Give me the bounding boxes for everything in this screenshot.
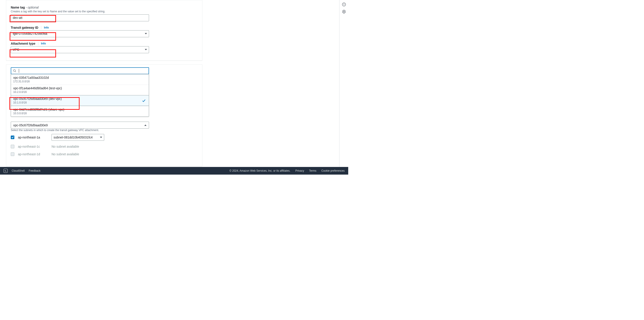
text-cursor: [19, 69, 19, 73]
subnet-az-1a: ap-northeast-1a: [18, 135, 49, 139]
svg-point-3: [343, 11, 344, 12]
terms-link[interactable]: Terms: [309, 169, 316, 172]
aws-footer: CloudShell Feedback © 2024, Amazon Web S…: [0, 167, 348, 175]
subnet-checkbox-1d: [11, 152, 14, 156]
vpc-option-0[interactable]: vpc-035471a50aa33102d 172.31.0.0/16: [11, 74, 149, 85]
vpc-option-2-id: vpc-05c67f26d9aad30e9 (dev-vpc): [13, 97, 146, 101]
chevron-down-icon: [145, 49, 147, 50]
subnet-row-1d: ap-northeast-1d No subnet available: [11, 152, 198, 156]
atype-select-value: VPC: [13, 48, 19, 51]
subnet-checkbox-1c: [11, 145, 14, 148]
svg-point-2: [344, 4, 344, 4]
vpc-dropdown-list: vpc-035471a50aa33102d 172.31.0.0/16 vpc-…: [11, 74, 149, 117]
vpc-option-2-cidr: 10.1.0.0/16: [13, 101, 146, 104]
vpc-option-1-cidr: 10.2.0.0/16: [13, 90, 146, 94]
subnet-az-1c: ap-northeast-1c: [18, 145, 49, 148]
name-tag-value: dev-att: [13, 16, 22, 20]
attachment-settings-panel: Name tag - optional Creates a tag with t…: [6, 0, 202, 61]
subnet-desc: Select the subnets in which to create th…: [11, 128, 198, 132]
check-icon: [142, 99, 146, 102]
vpc-id-select-value: vpc-05c67f26d9aad30e9: [13, 123, 48, 127]
atype-info-link[interactable]: Info: [41, 42, 46, 45]
chevron-down-icon: [145, 33, 147, 34]
tgw-label: Transit gateway ID: [11, 26, 38, 29]
subnet-select-1a[interactable]: subnet-081dd10b405031fc4: [52, 134, 104, 141]
subnet-select-1a-value: subnet-081dd10b405031fc4: [54, 135, 92, 139]
tgw-divider: [41, 26, 41, 29]
info-icon[interactable]: [342, 2, 346, 7]
subnet-az-1d: ap-northeast-1d: [18, 152, 49, 156]
cloudshell-icon[interactable]: [4, 169, 8, 173]
name-tag-label: Name tag: [11, 6, 25, 9]
right-info-rail: [339, 0, 348, 167]
vpc-option-1-id: vpc-0f1a4ae446d90ad64 (test-vpc): [13, 86, 146, 90]
svg-line-5: [15, 71, 16, 72]
vpc-option-0-cidr: 172.31.0.0/16: [13, 80, 146, 83]
subnet-row-1c: ap-northeast-1c No subnet available: [11, 145, 198, 148]
vpc-option-3-id: vpc-04d7ecd832f8d7c21 (share-vpc): [13, 108, 146, 111]
search-icon: [13, 69, 16, 72]
settings-hex-icon[interactable]: [342, 10, 346, 14]
vpc-search-input[interactable]: [11, 67, 149, 74]
chevron-down-icon: [100, 137, 102, 138]
cloudshell-link[interactable]: CloudShell: [12, 169, 25, 172]
vpc-search-field[interactable]: [18, 68, 147, 74]
vpc-option-3-cidr: 10.3.0.0/16: [13, 112, 146, 115]
vpc-id-select[interactable]: vpc-05c67f26d9aad30e9: [11, 122, 149, 129]
subnet-msg-1c: No subnet available: [52, 145, 108, 148]
name-tag-desc: Creates a tag with the key set to Name a…: [11, 10, 198, 14]
footer-copyright: © 2024, Amazon Web Services, Inc. or its…: [230, 169, 290, 172]
tgw-select[interactable]: tgw-07054d8274298cf8a: [11, 30, 149, 37]
atype-divider: [38, 42, 38, 45]
atype-label: Attachment type: [11, 42, 36, 45]
privacy-link[interactable]: Privacy: [295, 169, 304, 172]
cookies-link[interactable]: Cookie preferences: [321, 169, 345, 172]
vpc-option-2[interactable]: vpc-05c67f26d9aad30e9 (dev-vpc) 10.1.0.0…: [11, 95, 149, 106]
svg-point-4: [14, 70, 16, 72]
name-tag-input[interactable]: dev-att: [11, 14, 149, 21]
feedback-link[interactable]: Feedback: [29, 169, 40, 172]
subnet-row-1a: ap-northeast-1a subnet-081dd10b405031fc4: [11, 134, 198, 141]
subnet-checkbox-1a[interactable]: [11, 135, 14, 139]
tgw-select-value: tgw-07054d8274298cf8a: [13, 32, 47, 36]
atype-select[interactable]: VPC: [11, 46, 149, 53]
name-tag-optional-label: - optional: [26, 6, 39, 9]
vpc-option-1[interactable]: vpc-0f1a4ae446d90ad64 (test-vpc) 10.2.0.…: [11, 85, 149, 95]
main-content-area: Name tag - optional Creates a tag with t…: [0, 0, 339, 167]
subnet-msg-1d: No subnet available: [52, 152, 108, 156]
chevron-up-icon: [144, 124, 146, 126]
tgw-info-link[interactable]: Info: [44, 26, 49, 29]
vpc-option-0-id: vpc-035471a50aa33102d: [13, 76, 146, 79]
vpc-option-3[interactable]: vpc-04d7ecd832f8d7c21 (share-vpc) 10.3.0…: [11, 106, 149, 116]
